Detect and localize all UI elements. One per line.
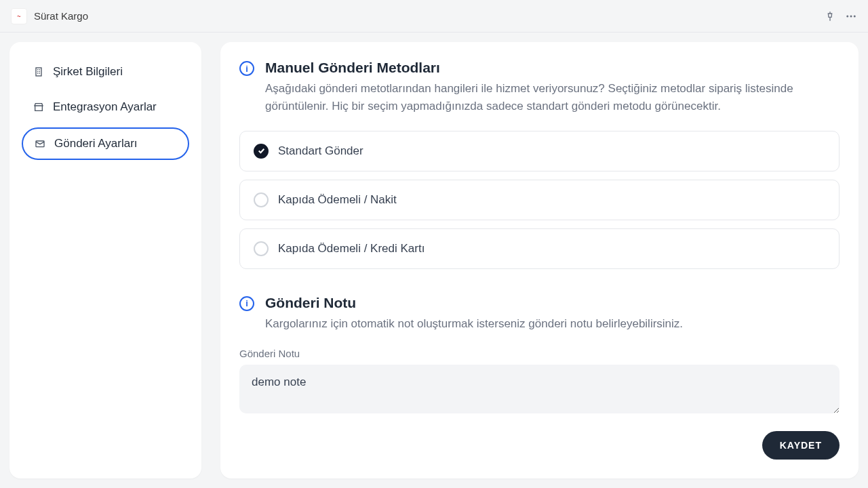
sidebar-item-integration[interactable]: Entegrasyon Ayarlar <box>22 92 189 122</box>
mail-icon <box>34 138 46 150</box>
pin-icon[interactable] <box>825 11 835 22</box>
section-desc: Kargolarınız için otomatik not oluşturma… <box>265 315 840 333</box>
section-header-methods: i Manuel Gönderi Metodları Aşağıdaki gön… <box>239 60 840 116</box>
app-title: Sürat Kargo <box>34 10 88 22</box>
sidebar: Şirket Bilgileri Entegrasyon Ayarlar Gön… <box>9 42 201 479</box>
shipping-option-cod-cash[interactable]: Kapıda Ödemeli / Nakit <box>239 180 840 220</box>
section-desc: Aşağıdaki gönderi metotlarından hangiler… <box>265 80 840 116</box>
section-title: Gönderi Notu <box>265 295 840 311</box>
shipping-option-cod-card[interactable]: Kapıda Ödemeli / Kredi Kartı <box>239 228 840 269</box>
sidebar-item-label: Şirket Bilgileri <box>53 65 123 79</box>
section-title: Manuel Gönderi Metodları <box>265 60 840 76</box>
info-icon: i <box>239 61 254 76</box>
sidebar-item-label: Gönderi Ayarları <box>54 137 138 150</box>
svg-point-1 <box>850 15 852 17</box>
shipping-note-input[interactable] <box>239 365 840 413</box>
building-icon <box>33 66 45 78</box>
svg-point-2 <box>854 15 856 17</box>
content-panel: i Manuel Gönderi Metodları Aşağıdaki gön… <box>220 42 859 479</box>
more-icon[interactable] <box>845 10 857 22</box>
svg-point-0 <box>846 15 848 17</box>
save-button[interactable]: KAYDET <box>762 431 840 460</box>
info-icon: i <box>239 296 254 311</box>
app-header: ~ Sürat Kargo <box>0 0 868 33</box>
sidebar-item-label: Entegrasyon Ayarlar <box>53 100 157 114</box>
svg-rect-3 <box>36 68 41 76</box>
brand-logo: ~ <box>11 8 27 24</box>
option-label: Standart Gönder <box>278 144 363 158</box>
checkbox-icon <box>254 241 269 256</box>
sidebar-item-company[interactable]: Şirket Bilgileri <box>22 57 189 87</box>
sidebar-item-shipping[interactable]: Gönderi Ayarları <box>22 127 189 160</box>
note-input-label: Gönderi Notu <box>239 348 840 359</box>
option-label: Kapıda Ödemeli / Kredi Kartı <box>278 242 425 256</box>
option-label: Kapıda Ödemeli / Nakit <box>278 193 397 207</box>
checkbox-icon <box>254 144 269 159</box>
store-icon <box>33 101 45 113</box>
checkbox-icon <box>254 192 269 207</box>
shipping-option-standard[interactable]: Standart Gönder <box>239 131 840 171</box>
section-header-note: i Gönderi Notu Kargolarınız için otomati… <box>239 295 840 333</box>
